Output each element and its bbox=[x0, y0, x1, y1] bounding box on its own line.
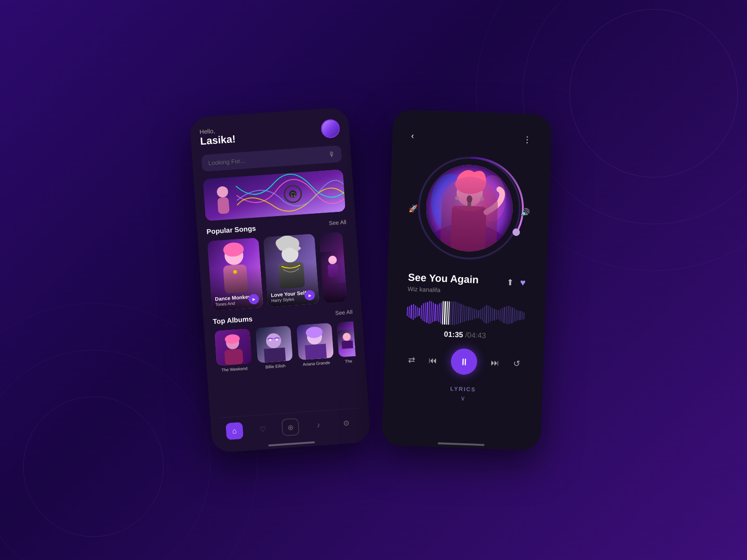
svg-rect-29 bbox=[264, 348, 286, 363]
wave-bar-8 bbox=[423, 303, 424, 321]
wave-bar-55 bbox=[515, 309, 517, 321]
wave-bar-33 bbox=[472, 308, 473, 320]
album-item-3[interactable]: Ariana Grande bbox=[296, 323, 335, 367]
repeat-button[interactable]: ↺ bbox=[513, 358, 520, 369]
back-button[interactable]: ‹ bbox=[411, 131, 414, 140]
volume-icon: 🔊 bbox=[521, 208, 530, 217]
wave-bar-40 bbox=[486, 305, 487, 323]
lyrics-section: LYRICS ∨ bbox=[393, 384, 533, 404]
wave-bar-2 bbox=[411, 305, 412, 319]
wave-bar-51 bbox=[507, 306, 509, 324]
wave-bar-29 bbox=[464, 305, 465, 322]
phones-container: Hello, Lasika! Looking For... 🎙 bbox=[201, 112, 546, 448]
wave-bar-45 bbox=[496, 309, 497, 320]
wave-bar-57 bbox=[519, 311, 521, 320]
share-icon[interactable]: ⬆ bbox=[507, 277, 514, 287]
song-card-3[interactable]: Dance bbox=[319, 231, 347, 303]
album-name-3: Ariana Grande bbox=[303, 360, 330, 367]
song-card-1[interactable]: Dance Monkey Tones And ▶ bbox=[207, 238, 263, 311]
wave-bar-41 bbox=[487, 306, 489, 323]
nav-home[interactable]: ⌂ bbox=[226, 422, 243, 440]
shuffle-button[interactable]: ⇄ bbox=[408, 355, 416, 365]
current-time: 01:35 bbox=[444, 330, 464, 339]
wave-bar-37 bbox=[480, 309, 481, 319]
wave-bar-30 bbox=[466, 306, 467, 321]
wave-bar-44 bbox=[493, 309, 495, 321]
wave-bar-53 bbox=[511, 307, 513, 323]
pause-button[interactable]: ⏸ bbox=[451, 348, 478, 375]
bottom-nav: ⌂ ♡ ⊕ ♪ ⚙ bbox=[219, 408, 361, 448]
svg-point-1 bbox=[523, 0, 747, 224]
wave-bar-49 bbox=[503, 307, 505, 323]
like-icon[interactable]: ♥ bbox=[520, 277, 526, 288]
song-card-2[interactable]: Love Your Self Harry Styles ▶ bbox=[263, 234, 319, 307]
search-placeholder: Looking For... bbox=[208, 157, 246, 166]
svg-rect-8 bbox=[217, 197, 229, 214]
nav-settings[interactable]: ⚙ bbox=[338, 414, 355, 432]
wave-bar-12 bbox=[430, 301, 432, 323]
album-cover-3 bbox=[296, 323, 333, 360]
avatar[interactable] bbox=[320, 119, 340, 139]
banner[interactable]: 🎧 bbox=[203, 169, 346, 221]
nav-favorites[interactable]: ♡ bbox=[254, 420, 271, 438]
username: Lasika! bbox=[200, 133, 236, 147]
album-name-1: The Weekend bbox=[221, 366, 247, 372]
lyrics-chevron[interactable]: ∨ bbox=[404, 392, 521, 404]
wave-bar-24 bbox=[454, 301, 456, 325]
wave-bar-46 bbox=[498, 310, 499, 319]
wave-bar-6 bbox=[419, 308, 420, 316]
top-albums-title: Top Albums bbox=[212, 315, 253, 325]
wave-bar-17 bbox=[440, 302, 442, 323]
album-cover-1 bbox=[214, 329, 252, 366]
album-item-1[interactable]: The Weekend bbox=[213, 329, 253, 373]
wave-bar-25 bbox=[456, 302, 458, 324]
popular-songs-title: Popular Songs bbox=[206, 224, 256, 235]
wave-bar-31 bbox=[468, 307, 469, 321]
wave-bar-38 bbox=[482, 308, 483, 321]
svg-point-4 bbox=[0, 350, 210, 560]
svg-rect-48 bbox=[467, 200, 472, 209]
time-display: 01:35 / 04:43 bbox=[395, 329, 535, 342]
album-cover-2 bbox=[255, 326, 293, 363]
player-home-indicator bbox=[438, 442, 485, 446]
svg-point-49 bbox=[466, 195, 472, 203]
player-controls: ⇄ ⏮ ⏸ ⏭ ↺ bbox=[394, 346, 535, 377]
svg-point-45 bbox=[456, 180, 483, 207]
svg-rect-38 bbox=[341, 340, 353, 349]
songs-row: Dance Monkey Tones And ▶ bbox=[207, 231, 352, 311]
wave-bar-14 bbox=[434, 304, 436, 322]
nav-add[interactable]: ⊕ bbox=[282, 418, 299, 436]
wave-bar-39 bbox=[484, 306, 485, 322]
album-item-4[interactable]: The bbox=[337, 321, 356, 364]
greeting-block: Hello, Lasika! bbox=[199, 126, 236, 147]
wave-bar-27 bbox=[460, 304, 462, 323]
wave-bar-47 bbox=[500, 309, 501, 321]
waveform[interactable] bbox=[395, 300, 536, 328]
wave-bar-59 bbox=[523, 312, 525, 319]
see-all-albums[interactable]: See All bbox=[335, 308, 352, 316]
search-bar[interactable]: Looking For... 🎙 bbox=[201, 145, 342, 172]
wave-bar-13 bbox=[432, 302, 434, 322]
nav-music[interactable]: ♪ bbox=[310, 416, 327, 434]
wave-bar-3 bbox=[413, 304, 414, 320]
next-button[interactable]: ⏭ bbox=[491, 357, 500, 368]
album-item-2[interactable]: Billie Eilish bbox=[254, 326, 294, 370]
svg-point-50 bbox=[455, 196, 458, 200]
svg-rect-25 bbox=[224, 349, 243, 365]
wave-bar-52 bbox=[509, 306, 511, 324]
album-name-4: The bbox=[345, 359, 352, 364]
more-button[interactable]: ⋮ bbox=[523, 134, 533, 145]
wave-bar-50 bbox=[505, 306, 507, 324]
wave-bar-16 bbox=[438, 303, 440, 322]
svg-point-3 bbox=[23, 397, 163, 537]
wave-bar-7 bbox=[421, 305, 422, 319]
phone-home: Hello, Lasika! Looking For... 🎙 bbox=[189, 107, 371, 453]
wave-bar-0 bbox=[407, 307, 408, 316]
wave-bar-5 bbox=[416, 307, 418, 317]
wave-bar-58 bbox=[521, 311, 523, 320]
pause-icon: ⏸ bbox=[459, 356, 469, 367]
see-all-songs[interactable]: See All bbox=[329, 218, 346, 226]
song-details: See You Again Wiz kanalifa bbox=[408, 272, 479, 295]
prev-button[interactable]: ⏮ bbox=[429, 356, 437, 366]
wave-bar-42 bbox=[490, 307, 491, 322]
